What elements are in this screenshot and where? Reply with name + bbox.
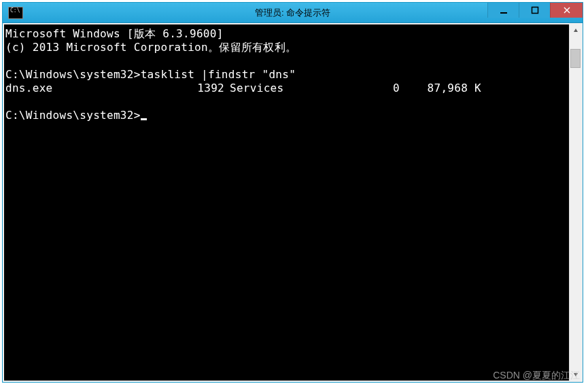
chevron-down-icon bbox=[573, 372, 578, 377]
proc-mem: 87,968 K bbox=[400, 82, 481, 95]
maximize-button[interactable] bbox=[519, 3, 550, 18]
terminal-output[interactable]: Microsoft Windows [版本 6.3.9600] (c) 2013… bbox=[4, 24, 569, 381]
terminal-container: Microsoft Windows [版本 6.3.9600] (c) 2013… bbox=[3, 23, 583, 382]
prompt-line: C:\Windows\system32> bbox=[5, 109, 568, 122]
blank-line bbox=[5, 95, 568, 109]
banner-line: (c) 2013 Microsoft Corporation。保留所有权利。 bbox=[5, 41, 568, 54]
maximize-icon bbox=[531, 6, 539, 14]
titlebar[interactable]: C:\ 管理员: 命令提示符 bbox=[3, 3, 583, 23]
prompt-path: C:\Windows\system32> bbox=[5, 109, 141, 122]
output-row: dns.exe1392Services087,968 K bbox=[5, 82, 568, 95]
chevron-up-icon bbox=[573, 28, 578, 33]
proc-session: Services bbox=[230, 82, 359, 95]
window-controls bbox=[487, 3, 583, 18]
scroll-thumb[interactable] bbox=[570, 49, 581, 68]
prompt-path: C:\Windows\system32> bbox=[5, 68, 141, 81]
proc-name: dns.exe bbox=[5, 82, 182, 95]
window-title: 管理员: 命令提示符 bbox=[255, 7, 330, 19]
svg-marker-4 bbox=[574, 29, 578, 32]
cursor bbox=[141, 118, 147, 120]
close-icon bbox=[563, 6, 571, 14]
minimize-button[interactable] bbox=[487, 3, 519, 18]
app-icon: C:\ bbox=[8, 7, 23, 19]
blank-line bbox=[5, 54, 568, 68]
svg-rect-0 bbox=[500, 12, 507, 14]
scroll-up-button[interactable] bbox=[570, 24, 581, 37]
prompt-line: C:\Windows\system32>tasklist |findstr "d… bbox=[5, 68, 568, 82]
app-icon-label: C:\ bbox=[10, 8, 20, 14]
proc-session-num: 0 bbox=[359, 82, 400, 95]
scroll-down-button[interactable] bbox=[570, 368, 581, 381]
vertical-scrollbar[interactable] bbox=[569, 24, 581, 381]
close-button[interactable] bbox=[550, 3, 583, 18]
command-prompt-window: C:\ 管理员: 命令提示符 Microsoft Windows [版本 6.3… bbox=[2, 2, 583, 383]
prompt-command: tasklist |findstr "dns" bbox=[141, 68, 296, 81]
minimize-icon bbox=[500, 6, 508, 14]
banner-line: Microsoft Windows [版本 6.3.9600] bbox=[5, 27, 568, 41]
scroll-track[interactable] bbox=[570, 37, 581, 368]
proc-pid: 1392 bbox=[182, 82, 230, 95]
svg-rect-1 bbox=[532, 7, 538, 14]
svg-marker-5 bbox=[574, 373, 578, 376]
